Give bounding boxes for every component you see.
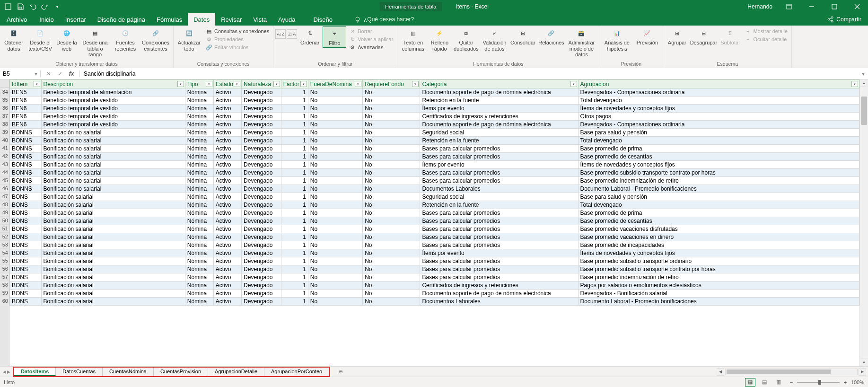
table-row[interactable]: BONSBonificación salarialNóminaActivoDev… [10,265,859,273]
filter-dropdown-icon[interactable]: ▾ [355,81,361,87]
table-row[interactable]: BONNSBonificación no salarialNóminaActiv… [10,177,859,185]
cell[interactable]: BONNS [10,185,42,193]
cell[interactable]: Bonificación salarial [41,209,185,217]
cell[interactable]: 1 [281,121,308,129]
table-row[interactable]: BEN6Beneficio temporal de vestidoNóminaA… [10,121,859,129]
cell[interactable]: Nómina [185,209,213,217]
table-row[interactable]: BONSBonificación salarialNóminaActivoDev… [10,201,859,209]
cell[interactable]: Base promedio indemnización de retiro [578,273,859,281]
table-row[interactable]: BONNSBonificación no salarialNóminaActiv… [10,145,859,153]
cell[interactable]: BONS [10,249,42,257]
horizontal-scrollbar[interactable]: ◀ ▶ [717,368,868,376]
username[interactable]: Hernando [743,3,777,10]
cell[interactable]: Activo [213,265,241,273]
cell[interactable]: Activo [213,161,241,169]
cell[interactable]: Documento Laboral - Promedio bonificacio… [578,185,859,193]
cell[interactable]: Bonificación salarial [41,265,185,273]
existing-connections-button[interactable]: 🔗Conexiones existentes [140,26,171,53]
cell[interactable]: 1 [281,137,308,145]
table-row[interactable]: BONSBonificación salarialNóminaActivoDev… [10,233,859,241]
row-header[interactable]: 53 [0,241,9,249]
cell[interactable]: No [308,113,362,121]
column-header-categoria[interactable]: Categoria▾ [420,80,578,88]
row-header[interactable]: 36 [0,104,9,112]
cell[interactable]: 1 [281,225,308,233]
scroll-up-icon[interactable]: ▲ [860,79,868,87]
cell[interactable]: Bases para calcular promedios [420,153,578,161]
table-row[interactable]: BONSBonificación salarialNóminaActivoDev… [10,290,859,298]
cell[interactable]: Devengado [242,161,281,169]
table-row[interactable]: BONSBonificación salarialNóminaActivoDev… [10,281,859,290]
row-header[interactable]: 42 [0,152,9,160]
cell[interactable]: Nómina [185,97,213,105]
cell[interactable]: Bonificación salarial [41,298,185,306]
cell[interactable]: Bonificación no salarial [41,169,185,177]
cell[interactable]: Otros pagos [578,113,859,121]
cell[interactable]: No [308,97,362,105]
cell[interactable]: Beneficio temporal de vestido [41,105,185,113]
table-row[interactable]: BONSBonificación salarialNóminaActivoDev… [10,209,859,217]
cell[interactable]: Nómina [185,193,213,201]
cell[interactable]: No [308,298,362,306]
cell[interactable]: 1 [281,169,308,177]
cell[interactable]: Retención en la fuente [420,97,578,105]
cell[interactable]: Activo [213,249,241,257]
cell[interactable]: Devengado [242,169,281,177]
fx-button[interactable]: fx [67,70,76,77]
column-header-tipo[interactable]: Tipo▾ [185,80,213,88]
cell[interactable]: No [308,233,362,241]
cell[interactable]: BONS [10,217,42,225]
cell[interactable]: Bonificación no salarial [41,137,185,145]
cell[interactable]: Bases para calcular promedios [420,257,578,265]
cancel-formula-button[interactable]: ✕ [44,70,53,77]
ribbon-tab-vista[interactable]: Vista [247,13,272,26]
maximize-button[interactable] [824,0,845,13]
ribbon-tab-ayuda[interactable]: Ayuda [272,13,301,26]
column-header-requierefondo[interactable]: RequiereFondo▾ [363,80,420,88]
cell[interactable]: Nómina [185,88,213,97]
cell[interactable]: No [363,185,420,193]
cell[interactable]: No [308,129,362,137]
cell[interactable]: Documento soporte de pago de nómina elec… [420,121,578,129]
cell[interactable]: Base para salud y pensión [578,193,859,201]
table-row[interactable]: BONNSBonificación no salarialNóminaActiv… [10,161,859,169]
cell[interactable]: Nómina [185,298,213,306]
cell[interactable]: Base promedio vacaciones en dinero [578,233,859,241]
cell[interactable]: Devengado [242,249,281,257]
cell[interactable]: Devengado [242,153,281,161]
cell[interactable]: Nómina [185,129,213,137]
manage-model-button[interactable]: 🗃️Administrar modelo de datos [566,26,597,59]
filter-dropdown-icon[interactable]: ▾ [273,81,280,87]
cell[interactable]: BONS [10,273,42,281]
cell[interactable]: BONNS [10,169,42,177]
remove-duplicates-button[interactable]: ⧉Quitar duplicados [452,26,480,53]
cell[interactable]: Bonificación salarial [41,233,185,241]
cell[interactable]: Documento soporte de pago de nómina elec… [420,290,578,298]
cell[interactable]: No [363,298,420,306]
cell[interactable]: No [363,265,420,273]
cell[interactable]: No [308,177,362,185]
data-validation-button[interactable]: ✓Validación de datos [481,26,508,53]
cell[interactable]: Nómina [185,153,213,161]
cell[interactable]: Devengado [242,137,281,145]
cell[interactable]: Base para salud y pensión [578,129,859,137]
accept-formula-button[interactable]: ✓ [56,70,64,77]
cell[interactable]: Ítems de novedades y conceptos fijos [578,105,859,113]
cell[interactable]: Nómina [185,105,213,113]
filter-dropdown-icon[interactable]: ▾ [206,81,212,87]
cell[interactable]: 1 [281,241,308,249]
cell[interactable]: BONS [10,193,42,201]
chevron-down-icon[interactable]: ▾ [35,70,37,77]
cell[interactable]: No [308,217,362,225]
row-header[interactable]: 58 [0,281,9,289]
cell[interactable]: Activo [213,209,241,217]
file-tab[interactable]: Archivo [0,13,34,26]
sheet-tab-datositems[interactable]: DatosItems [14,368,56,376]
qat-dropdown-icon[interactable]: ▾ [52,1,62,12]
cell[interactable]: BEN6 [10,121,42,129]
cell[interactable]: Base promedio de incapacidades [578,241,859,249]
page-layout-button[interactable]: ▤ [759,378,770,387]
cell[interactable]: Retención en la fuente [420,137,578,145]
cell[interactable]: Nómina [185,185,213,193]
cell[interactable]: BEN6 [10,113,42,121]
